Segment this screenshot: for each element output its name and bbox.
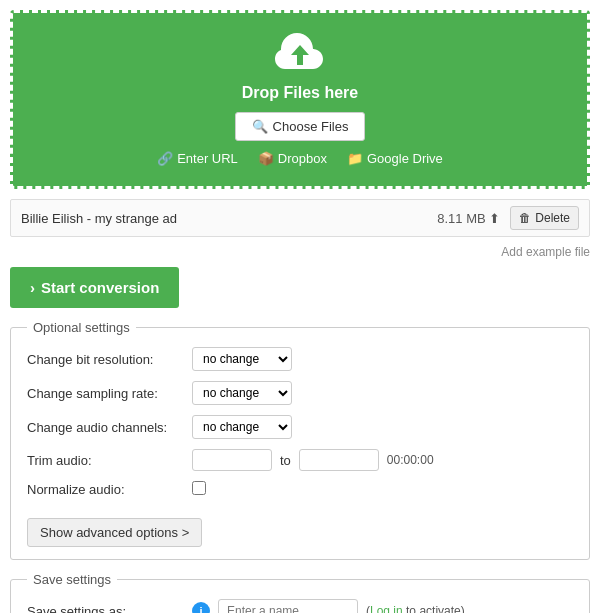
trash-icon: 🗑 (519, 211, 531, 225)
file-size: 8.11 MB ⬆ (261, 211, 511, 226)
audio-channels-control[interactable]: no change (192, 415, 292, 439)
drop-text: Drop Files here (33, 84, 567, 102)
drop-links: 🔗 Enter URL 📦 Dropbox 📁 Google Drive (33, 151, 567, 166)
trim-audio-row: Trim audio: to 00:00:00 (27, 449, 573, 471)
choose-files-button[interactable]: 🔍 Choose Files (235, 112, 366, 141)
enter-url-link[interactable]: 🔗 Enter URL (157, 151, 238, 166)
delete-button[interactable]: 🗑 Delete (510, 206, 579, 230)
trim-end-input[interactable] (299, 449, 379, 471)
save-settings-legend: Save settings (27, 572, 117, 587)
file-name: Billie Eilish - my strange ad (21, 211, 261, 226)
audio-channels-select[interactable]: no change (192, 415, 292, 439)
sampling-rate-label: Change sampling rate: (27, 386, 192, 401)
sampling-rate-select[interactable]: no change (192, 381, 292, 405)
save-settings-control: i (Log in to activate) (192, 599, 465, 613)
upload-icon (33, 33, 567, 79)
save-settings-label: Save settings as: (27, 604, 192, 614)
file-row: Billie Eilish - my strange ad 8.11 MB ⬆ … (10, 199, 590, 237)
add-example: Add example file (10, 245, 590, 259)
google-drive-link[interactable]: 📁 Google Drive (347, 151, 443, 166)
page-wrapper: Drop Files here 🔍 Choose Files 🔗 Enter U… (0, 0, 600, 613)
normalize-audio-row: Normalize audio: (27, 481, 573, 498)
save-settings-section: Save settings Save settings as: i (Log i… (10, 572, 590, 613)
audio-channels-label: Change audio channels: (27, 420, 192, 435)
audio-channels-row: Change audio channels: no change (27, 415, 573, 439)
sampling-rate-control[interactable]: no change (192, 381, 292, 405)
trim-audio-control: to 00:00:00 (192, 449, 434, 471)
trim-start-input[interactable] (192, 449, 272, 471)
normalize-audio-control[interactable] (192, 481, 206, 498)
sampling-rate-row: Change sampling rate: no change (27, 381, 573, 405)
chevron-right-icon: › (30, 279, 35, 296)
optional-settings-section: Optional settings Change bit resolution:… (10, 320, 590, 560)
dropbox-icon: 📦 (258, 151, 274, 166)
optional-settings-legend: Optional settings (27, 320, 136, 335)
trim-audio-label: Trim audio: (27, 453, 192, 468)
google-drive-icon: 📁 (347, 151, 363, 166)
search-icon: 🔍 (252, 119, 268, 134)
link-icon: 🔗 (157, 151, 173, 166)
save-name-input[interactable] (218, 599, 358, 613)
trim-to-label: to (280, 453, 291, 468)
bit-resolution-select[interactable]: no change (192, 347, 292, 371)
bit-resolution-control[interactable]: no change (192, 347, 292, 371)
start-conversion-button-top[interactable]: › Start conversion (10, 267, 179, 308)
bit-resolution-row: Change bit resolution: no change (27, 347, 573, 371)
login-link-text: (Log in to activate) (366, 604, 465, 613)
save-settings-row: Save settings as: i (Log in to activate) (27, 599, 573, 613)
bit-resolution-label: Change bit resolution: (27, 352, 192, 367)
info-icon[interactable]: i (192, 602, 210, 613)
upload-size-icon: ⬆ (489, 211, 500, 226)
normalize-audio-label: Normalize audio: (27, 482, 192, 497)
drop-zone[interactable]: Drop Files here 🔍 Choose Files 🔗 Enter U… (10, 10, 590, 189)
trim-default-value: 00:00:00 (387, 453, 434, 467)
login-link[interactable]: Log in (370, 604, 403, 613)
normalize-audio-checkbox[interactable] (192, 481, 206, 495)
show-advanced-button[interactable]: Show advanced options > (27, 518, 202, 547)
dropbox-link[interactable]: 📦 Dropbox (258, 151, 327, 166)
